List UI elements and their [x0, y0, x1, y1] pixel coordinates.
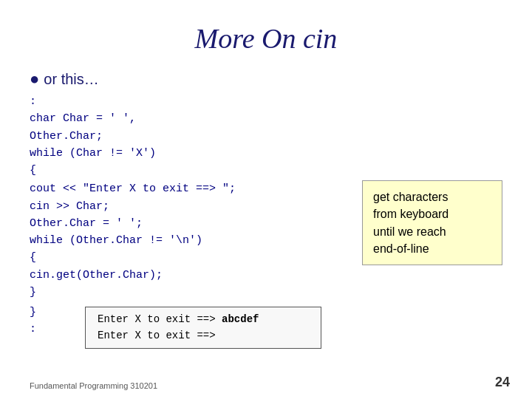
footer-right: 24 [495, 375, 510, 390]
code-line-10: { [30, 249, 355, 266]
code-line-9: while (Other.Char != '\n') [30, 232, 355, 249]
code-line-4: while (Char != 'X') [30, 145, 502, 162]
output-line-1: Enter X to exit ==> abcdef [98, 312, 309, 328]
code-line-1: : [30, 93, 502, 110]
tooltip-line-2: from keyboard [373, 205, 491, 222]
tooltip-line-4: end-of-line [373, 240, 491, 257]
code-block-top: : char Char = ' ', Other.Char; while (Ch… [30, 93, 502, 179]
bullet-text: or this… [44, 71, 98, 87]
slide: More On cin ●or this… : char Char = ' ',… [0, 0, 532, 399]
code-line-11: cin.get(Other.Char); [30, 267, 355, 284]
output-bold: abcdef [222, 313, 259, 325]
code-inner: cout << "Enter X to exit ==> "; cin >> C… [30, 180, 355, 301]
code-line-8: Other.Char = ' '; [30, 215, 355, 232]
footer-left: Fundamental Programming 310201 [30, 381, 157, 390]
code-closing: } : Enter X to exit ==> abcdef Enter X t… [30, 304, 355, 349]
code-line-13: } : Enter X to exit ==> abcdef Enter X t… [30, 304, 355, 349]
code-closing-brace: } : [30, 304, 36, 338]
slide-title: More On cin [30, 22, 502, 55]
code-line-7: cin >> Char; [30, 198, 355, 215]
main-code-area: cout << "Enter X to exit ==> "; cin >> C… [30, 179, 502, 349]
tooltip-box: get characters from keyboard until we re… [362, 180, 502, 265]
code-lines-inner: cout << "Enter X to exit ==> "; cin >> C… [30, 179, 355, 349]
code-line-6: cout << "Enter X to exit ==> "; [30, 180, 355, 197]
tooltip-line-1: get characters [373, 188, 491, 205]
bullet-line: ●or this… [30, 69, 502, 89]
tooltip-line-3: until we reach [373, 223, 491, 240]
bullet-dot: ● [30, 69, 39, 88]
code-line-12: } [30, 284, 355, 301]
code-line-2: char Char = ' ', [30, 110, 502, 127]
code-line-5: { [30, 162, 502, 179]
code-line-3: Other.Char; [30, 128, 502, 145]
output-line-2: Enter X to exit ==> [98, 328, 309, 344]
bullet-section: ●or this… [30, 69, 502, 89]
output-box: Enter X to exit ==> abcdef Enter X to ex… [85, 307, 321, 349]
